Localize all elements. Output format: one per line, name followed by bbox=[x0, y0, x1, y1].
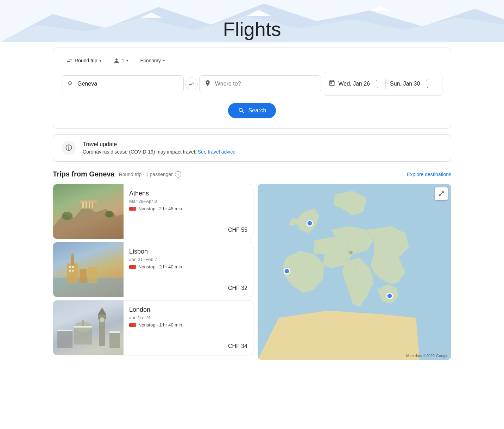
travel-update-description: Coronavirus disease (COVID-19) may impac… bbox=[83, 149, 235, 155]
trip-dates-athens: Mar 28–Apr 3 bbox=[129, 199, 247, 204]
explore-destinations-link[interactable]: Explore destinations bbox=[407, 172, 451, 177]
trip-card-lisbon[interactable]: Lisbon Jan 31–Feb 7 Nonstop · 2 hr 40 mi… bbox=[53, 242, 253, 297]
trips-grid: Athens Mar 28–Apr 3 Nonstop · 2 hr 45 mi… bbox=[53, 184, 451, 360]
return-date-field[interactable]: Sun, Jan 30 ‹ › bbox=[386, 72, 442, 95]
london-skyline bbox=[53, 300, 124, 355]
svg-marker-50 bbox=[258, 311, 420, 360]
svg-rect-19 bbox=[88, 267, 97, 283]
athens-skyline bbox=[53, 184, 124, 239]
trips-header: Trips from Geneva Round trip · 1 passeng… bbox=[53, 170, 451, 178]
trip-type-selector[interactable]: Round trip ▾ bbox=[62, 55, 106, 66]
svg-rect-20 bbox=[71, 256, 74, 265]
svg-rect-18 bbox=[80, 269, 87, 283]
expand-icon bbox=[438, 191, 445, 197]
return-date-text: Sun, Jan 30 bbox=[390, 81, 420, 87]
trip-type-label: Round trip bbox=[75, 58, 97, 63]
svg-rect-36 bbox=[57, 330, 73, 331]
trip-info-london: London Jan 15–24 Nonstop · 1 hr 40 min C… bbox=[124, 300, 253, 355]
map-expand-button[interactable] bbox=[435, 187, 448, 200]
svg-rect-25 bbox=[72, 270, 74, 272]
svg-rect-22 bbox=[69, 266, 71, 268]
svg-point-57 bbox=[307, 220, 313, 226]
svg-rect-37 bbox=[74, 326, 92, 328]
cabin-class-selector[interactable]: Economy ▾ bbox=[136, 55, 169, 66]
svg-point-58 bbox=[284, 268, 290, 274]
search-fields-row: Wed, Jan 26 ‹ › Sun, Jan 30 ‹ › bbox=[62, 72, 442, 96]
search-button[interactable]: Search bbox=[228, 103, 276, 118]
trip-image-london bbox=[53, 300, 124, 355]
return-date-next[interactable]: › bbox=[423, 84, 431, 91]
svg-point-51 bbox=[349, 251, 353, 254]
trips-section-title: Trips from Geneva bbox=[53, 170, 115, 178]
passengers-chevron: ▾ bbox=[126, 59, 128, 63]
trips-section: Trips from Geneva Round trip · 1 passeng… bbox=[53, 170, 451, 360]
search-options-row: Round trip ▾ 1 ▾ Economy ▾ bbox=[62, 55, 442, 66]
search-btn-row: Search bbox=[62, 103, 442, 118]
trip-flight-info-athens: Nonstop · 2 hr 45 min bbox=[129, 206, 247, 211]
flight-desc-london: Nonstop · 1 hr 40 min bbox=[138, 322, 182, 328]
trip-flight-info-lisbon: Nonstop · 2 hr 40 min bbox=[129, 264, 247, 269]
trip-info-athens: Athens Mar 28–Apr 3 Nonstop · 2 hr 45 mi… bbox=[124, 184, 253, 239]
flight-desc-lisbon: Nonstop · 2 hr 40 min bbox=[138, 264, 182, 269]
svg-point-6 bbox=[69, 82, 71, 85]
depart-date-next[interactable]: › bbox=[373, 84, 381, 91]
destination-field-group bbox=[199, 75, 321, 92]
passengers-label: 1 bbox=[122, 58, 125, 63]
trips-info-icon[interactable]: i bbox=[175, 171, 181, 178]
travel-advice-link[interactable]: See travel advice bbox=[198, 149, 235, 155]
calendar-icon bbox=[328, 80, 335, 88]
svg-rect-13 bbox=[92, 202, 93, 208]
swap-button[interactable] bbox=[185, 77, 198, 90]
travel-update-banner: ⓘ Travel update Coronavirus disease (COV… bbox=[53, 134, 451, 162]
airline-icon-lisbon bbox=[129, 265, 136, 269]
svg-rect-35 bbox=[109, 332, 120, 348]
depart-date-prev[interactable]: ‹ bbox=[373, 77, 381, 83]
return-date-prev[interactable]: ‹ bbox=[423, 77, 431, 83]
return-date-nav: ‹ › bbox=[423, 77, 431, 91]
trips-subtitle: Round trip · 1 passenger i bbox=[119, 171, 181, 178]
svg-rect-11 bbox=[86, 202, 87, 208]
search-icon bbox=[238, 107, 245, 114]
trip-image-lisbon bbox=[53, 242, 124, 297]
lisbon-skyline bbox=[53, 242, 124, 297]
trip-price-athens: CHF 55 bbox=[129, 227, 247, 233]
travel-update-title: Travel update bbox=[83, 141, 235, 148]
destination-input[interactable] bbox=[199, 75, 321, 92]
date-group: Wed, Jan 26 ‹ › Sun, Jan 30 ‹ › bbox=[324, 72, 442, 96]
svg-point-59 bbox=[387, 293, 392, 299]
airline-icon-london bbox=[129, 323, 136, 327]
svg-rect-12 bbox=[89, 202, 90, 208]
trip-city-athens: Athens bbox=[129, 190, 247, 197]
origin-field-group bbox=[62, 75, 184, 92]
svg-rect-38 bbox=[109, 331, 120, 333]
svg-rect-34 bbox=[57, 330, 73, 348]
depart-date-text: Wed, Jan 26 bbox=[338, 81, 370, 87]
trip-list: Athens Mar 28–Apr 3 Nonstop · 2 hr 45 mi… bbox=[53, 184, 253, 360]
swap-icon bbox=[188, 81, 195, 87]
page-title: Flights bbox=[0, 18, 504, 41]
person-icon bbox=[113, 57, 120, 64]
trip-type-chevron: ▾ bbox=[100, 59, 101, 63]
travel-update-icon: ⓘ bbox=[62, 141, 76, 155]
trip-dates-lisbon: Jan 31–Feb 7 bbox=[129, 257, 247, 262]
svg-point-15 bbox=[105, 211, 114, 218]
svg-point-14 bbox=[62, 212, 73, 220]
round-trip-icon bbox=[66, 57, 73, 64]
passengers-selector[interactable]: 1 ▾ bbox=[109, 55, 133, 66]
svg-rect-23 bbox=[72, 266, 74, 268]
svg-rect-24 bbox=[69, 270, 71, 272]
depart-date-field[interactable]: Wed, Jan 26 ‹ › bbox=[324, 72, 385, 95]
trips-header-left: Trips from Geneva Round trip · 1 passeng… bbox=[53, 170, 181, 178]
trip-card-athens[interactable]: Athens Mar 28–Apr 3 Nonstop · 2 hr 45 mi… bbox=[53, 184, 253, 239]
origin-input[interactable] bbox=[62, 75, 184, 92]
trip-city-london: London bbox=[129, 306, 247, 313]
trip-info-lisbon: Lisbon Jan 31–Feb 7 Nonstop · 2 hr 40 mi… bbox=[124, 242, 253, 297]
trip-price-lisbon: CHF 32 bbox=[129, 285, 247, 291]
trip-card-london[interactable]: London Jan 15–24 Nonstop · 1 hr 40 min C… bbox=[53, 300, 253, 355]
svg-marker-7 bbox=[53, 205, 124, 239]
trip-dates-london: Jan 15–24 bbox=[129, 315, 247, 320]
trip-price-london: CHF 34 bbox=[129, 343, 247, 349]
flight-desc-athens: Nonstop · 2 hr 45 min bbox=[138, 206, 182, 211]
cabin-class-label: Economy bbox=[140, 58, 160, 63]
trip-city-lisbon: Lisbon bbox=[129, 248, 247, 255]
